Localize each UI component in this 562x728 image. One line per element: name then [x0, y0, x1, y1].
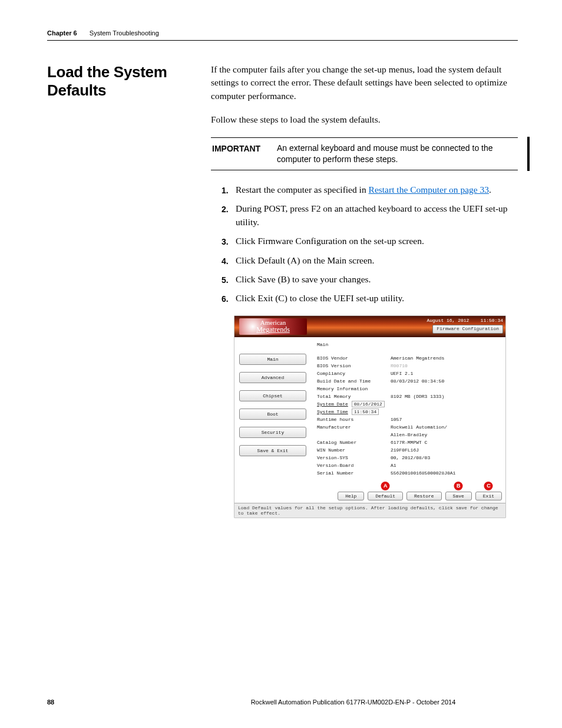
right-column: If the computer fails after you change t…	[211, 63, 518, 518]
page-footer: 88 Rockwell Automation Publication 6177R…	[47, 699, 518, 706]
chapter-label: Chapter 6	[47, 29, 77, 37]
important-label: IMPORTANT	[212, 143, 265, 165]
bios-top-right: August 16, 2012 11:50:34 Firmware Config…	[427, 318, 503, 334]
bios-row: CompliancyUEFI 2.1	[317, 371, 500, 376]
step-6: Click Exit (C) to close the UEFI set-up …	[222, 292, 518, 305]
step-2: During POST, press F2 on an attached key…	[222, 202, 518, 229]
bios-row: BIOS VendorAmerican Megatrends	[317, 355, 500, 361]
left-column: Load the System Defaults	[47, 63, 194, 518]
step-4: Click Default (A) on the Main screen.	[222, 254, 518, 267]
step-list: Restart the computer as specified in Res…	[211, 183, 518, 305]
bios-status-bar: Load Default values for all the setup op…	[234, 503, 505, 518]
page-number: 88	[47, 699, 189, 706]
nav-boot[interactable]: Boot	[239, 409, 306, 420]
bios-screenshot: American Megatrends August 16, 2012 11:5…	[234, 316, 505, 518]
running-header: Chapter 6 System Troubleshooting	[47, 29, 518, 41]
bios-row: Allen-Bradley	[317, 432, 500, 437]
bios-row: Total Memory8192 MB (DDR3 1333)	[317, 394, 500, 399]
bios-date: August 16, 2012	[427, 318, 469, 323]
document-page: Chapter 6 System Troubleshooting Load th…	[0, 0, 562, 728]
bios-row: ManufacturerRockwell Automation/	[317, 424, 500, 430]
bios-row: Memory Information	[317, 386, 500, 391]
step-1-text-a: Restart the computer as specified in	[236, 185, 369, 195]
bios-body: Main Advanced Chipset Boot Security Save…	[234, 337, 505, 489]
callout-c: C	[484, 482, 493, 490]
step-3: Click Firmware Configuration on the set-…	[222, 235, 518, 248]
default-button[interactable]: A Default	[368, 492, 403, 500]
firmware-config-button[interactable]: Firmware Configuration	[432, 325, 503, 333]
important-callout: IMPORTANT An external keyboard and mouse…	[211, 137, 518, 170]
bios-row: Version-SYS00, 2012/08/03	[317, 455, 500, 460]
section-heading: Load the System Defaults	[47, 63, 194, 100]
nav-security[interactable]: Security	[239, 427, 306, 438]
bios-row: Serial Number5562001001685000028J0A1	[317, 470, 500, 476]
follow-paragraph: Follow these steps to load the system de…	[211, 113, 518, 126]
exit-button[interactable]: C Exit	[475, 492, 502, 500]
step-1-text-b: .	[489, 185, 491, 195]
bios-row: Version-BoardA1	[317, 463, 500, 468]
bios-footer-buttons: Help A Default Restore B Save C Exit	[234, 489, 505, 503]
callout-a: A	[381, 482, 390, 490]
bios-row: Catalog Number6177R-MMPWT C	[317, 440, 500, 445]
publication-id: Rockwell Automation Publication 6177R-UM…	[189, 699, 518, 706]
nav-save-exit[interactable]: Save & Exit	[239, 445, 306, 456]
nav-main[interactable]: Main	[239, 354, 306, 365]
step-1: Restart the computer as specified in Res…	[222, 183, 518, 196]
bios-system-time: System Time11:50:34	[317, 409, 500, 414]
bios-row: WIN Number219F0FL16J	[317, 447, 500, 453]
change-bar	[527, 137, 530, 171]
bios-main-title: Main	[317, 342, 500, 347]
important-text: An external keyboard and mouse must be c…	[277, 143, 517, 165]
content-columns: Load the System Defaults If the computer…	[47, 63, 518, 518]
callout-b: B	[454, 482, 463, 490]
save-button[interactable]: B Save	[445, 492, 472, 500]
bios-row: Build Date and Time08/03/2012 08:34:50	[317, 378, 500, 384]
bios-row: Runtime hours1057	[317, 417, 500, 422]
nav-chipset[interactable]: Chipset	[239, 390, 306, 401]
bios-row: BIOS VersionR00710	[317, 363, 500, 368]
logo-line2: Megatrends	[239, 326, 307, 334]
restart-computer-link[interactable]: Restart the Computer on page 33	[369, 185, 489, 195]
step-5: Click Save (B) to save your changes.	[222, 273, 518, 286]
chapter-title: System Troubleshooting	[90, 29, 159, 37]
bios-main-panel: Main BIOS VendorAmerican Megatrends BIOS…	[311, 337, 505, 489]
bios-header: American Megatrends August 16, 2012 11:5…	[234, 316, 505, 337]
intro-paragraph: If the computer fails after you change t…	[211, 63, 518, 103]
bios-system-date: System Date08/16/2012	[317, 401, 500, 407]
bios-nav: Main Advanced Chipset Boot Security Save…	[234, 337, 311, 489]
help-button[interactable]: Help	[338, 492, 364, 500]
restore-button[interactable]: Restore	[406, 492, 442, 500]
bios-time: 11:50:34	[481, 318, 503, 323]
ami-logo: American Megatrends	[239, 318, 307, 335]
nav-advanced[interactable]: Advanced	[239, 372, 306, 383]
